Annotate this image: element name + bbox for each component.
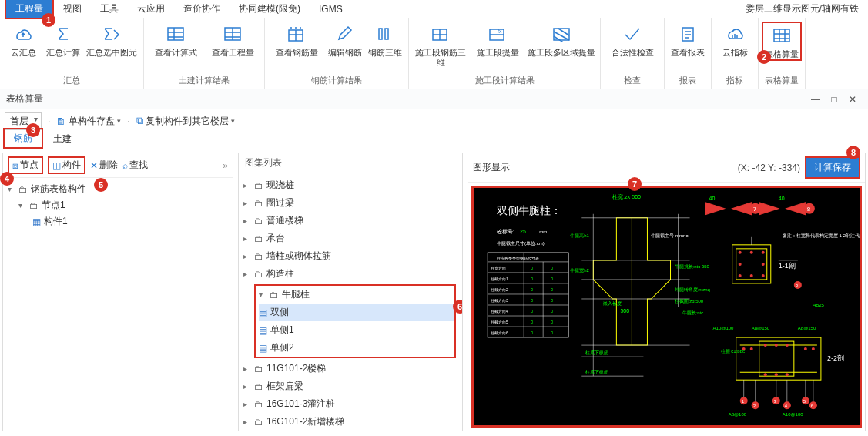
group-cap: 检查 [601, 72, 664, 89]
btn-label: 编辑钢筋 [328, 48, 362, 58]
maximize-button[interactable]: □ [825, 94, 843, 105]
tree-root[interactable]: ▾🗀钢筋表格构件 5 [8, 181, 228, 197]
btn-yunzhibiao[interactable]: 云指标 [715, 22, 755, 58]
svg-text:0: 0 [531, 309, 533, 314]
btn-hefaxing[interactable]: 合法性检查 [604, 22, 661, 58]
copy-icon: ⧉ [136, 115, 143, 127]
item-label: 框架扁梁 [266, 380, 303, 393]
list-item[interactable]: ▸🗀框架扁梁 [243, 377, 457, 395]
group-cap: 表格算量 [759, 72, 805, 89]
svg-text:40: 40 [709, 196, 716, 201]
menu-shitu[interactable]: 视图 [54, 0, 91, 18]
btn-sgd-gangjin3d[interactable]: 施工段钢筋三维 [412, 22, 469, 68]
tree-node1[interactable]: ▾🗀节点1 [8, 197, 228, 213]
tab-tujian[interactable]: 土建 [43, 129, 82, 149]
menu-yunyingyong[interactable]: 云应用 [128, 0, 174, 18]
node-button[interactable]: ⧈节点 [8, 156, 43, 174]
svg-point-76 [739, 251, 742, 254]
btn-biaoge-suanliang[interactable]: 表格算量 2 [762, 22, 802, 61]
hatch-icon [551, 23, 572, 45]
member-label: 构件 [62, 159, 81, 172]
copy-to-button[interactable]: ⧉复制构件到其它楼层▾ [136, 115, 235, 128]
btn-baobiao[interactable]: 查看报表 [668, 22, 708, 58]
list-item[interactable]: ▸🗀16G101-2新增楼梯 [243, 413, 457, 431]
status-right-text: 娄层三维显示图元/轴网有铁 [746, 2, 863, 15]
member-button[interactable]: ◫构件 [48, 156, 85, 174]
drawing-canvas-frame: 7 双侧牛腿柱： 40 40 7 8 [471, 186, 862, 428]
svg-text:柱底下纵筋: 柱底下纵筋 [585, 350, 608, 355]
list-item[interactable]: ▸🗀普通楼梯 [243, 212, 457, 230]
btn-chakan-gongchengliang[interactable]: 查看工程量 [204, 22, 261, 58]
list-item[interactable]: ▸🗀现浇桩 [243, 176, 457, 194]
svg-point-83 [762, 263, 765, 266]
list-item-shuangce[interactable]: ▤双侧 [259, 304, 454, 321]
list-item[interactable]: ▸🗀墙柱或砌体拉筋 [243, 247, 457, 265]
btn-gangjin-sanwei[interactable]: 钢筋三维 [365, 22, 405, 58]
svg-rect-9 [474, 191, 860, 423]
close-button[interactable]: ✕ [843, 94, 862, 105]
cloud-up-icon [12, 23, 34, 45]
menu-gongju[interactable]: 工具 [91, 0, 128, 18]
btn-chakan-jisuanshi[interactable]: 查看计算式 [147, 22, 204, 58]
folder-icon: 🗀 [270, 290, 279, 300]
svg-text:外腿转角度:ntznq: 外腿转角度:ntznq [675, 287, 710, 292]
list-item-parent[interactable]: ▾🗀牛腿柱 [259, 286, 454, 304]
minimize-button[interactable]: — [806, 94, 825, 105]
btn-bianji-gangjin[interactable]: 编辑钢筋 [325, 22, 365, 58]
svg-text:柱截面:zd 500: 柱截面:zd 500 [675, 299, 704, 304]
node-label: 节点 [20, 159, 39, 172]
member-icon: ▦ [32, 216, 41, 227]
svg-point-77 [750, 251, 753, 254]
btn-sgd-tiliang[interactable]: fx 施工段提量 [469, 22, 526, 58]
btn-sgd-duoquyu[interactable]: 施工段多区域提量 [526, 22, 597, 58]
svg-text:砼标号:: 砼标号: [496, 229, 514, 234]
btn-label: 查看钢筋量 [276, 48, 318, 58]
tree-member1[interactable]: ▦构件1 [8, 213, 228, 230]
save-per-button[interactable]: 🗎单构件存盘▾ [56, 115, 121, 128]
svg-text:嵌入长度: 嵌入长度 [603, 300, 622, 306]
btn-chakan-gangjinliang[interactable]: 查看钢筋量 [268, 22, 325, 58]
drawing-canvas[interactable]: 双侧牛腿柱： 40 40 7 8 [474, 188, 860, 425]
overflow-button[interactable]: » [223, 160, 228, 171]
list-item[interactable]: ▸🗀承台 [243, 230, 457, 247]
copy-to-label: 复制构件到其它楼层 [146, 115, 229, 128]
svg-text:A8@150: A8@150 [798, 326, 816, 330]
group-cap: 指标 [712, 72, 758, 89]
btn-huizongxuanzhong[interactable]: 汇总选中图元 [83, 22, 140, 58]
svg-point-92 [812, 347, 815, 350]
svg-text:500: 500 [620, 308, 629, 314]
btn-huizongjisuan[interactable]: 汇总计算 [43, 22, 83, 58]
grid-arrows-icon [286, 23, 307, 45]
svg-text:8: 8 [807, 206, 811, 213]
list-item[interactable]: ▸🗀构造柱 [243, 265, 457, 283]
collapse-icon: ▾ [8, 185, 15, 193]
menu-gongchengliang[interactable]: 工程量 1 [5, 0, 54, 19]
group-cap: 土建计算结果 [144, 72, 264, 89]
svg-text:柱箍 c1:bbc: 柱箍 c1:bbc [721, 349, 745, 354]
save-per-label: 单构件存盘 [69, 115, 115, 128]
list-item[interactable]: ▸🗀16G101-3灌注桩 [243, 395, 457, 413]
folder-icon: 🗀 [254, 381, 263, 392]
group-cap: 钢筋计算结果 [265, 72, 408, 89]
btn-yunhuizong[interactable]: 云汇总 [3, 22, 43, 58]
btn-label: 汇总选中图元 [86, 48, 137, 58]
svg-text:7: 7 [753, 206, 757, 213]
svg-text:柱截方向3: 柱截方向3 [491, 298, 508, 303]
list-item-dance1[interactable]: ▤单侧1 [259, 321, 454, 339]
find-button[interactable]: ⌕查找 [122, 159, 148, 172]
list-item[interactable]: ▸🗀圈过梁 [243, 194, 457, 212]
delete-button[interactable]: ✕删除 [90, 159, 118, 172]
mid-title: 图集列表 [239, 153, 462, 173]
svg-text:25: 25 [520, 229, 526, 234]
menu-zaojiaxiezuo[interactable]: 造价协作 [174, 0, 230, 18]
calc-save-button[interactable]: 计算保存 8 [805, 156, 860, 179]
svg-text:A10@100: A10@100 [713, 326, 734, 330]
menu-igms[interactable]: IGMS [310, 2, 352, 17]
svg-text:A8@100: A8@100 [729, 412, 747, 417]
list-item[interactable]: ▸🗀11G101-2楼梯 [243, 360, 457, 377]
menu-xietong[interactable]: 协同建模(限免) [230, 0, 310, 18]
list-item-dance2[interactable]: ▤单侧2 [259, 339, 454, 357]
folder-icon: 🗀 [29, 200, 39, 211]
ribbon: 云汇总 汇总计算 汇总选中图元 汇总 查看计算式 查看工程量 土建计算结果 [0, 18, 868, 89]
item-label: 墙柱或砌体拉筋 [266, 250, 331, 263]
